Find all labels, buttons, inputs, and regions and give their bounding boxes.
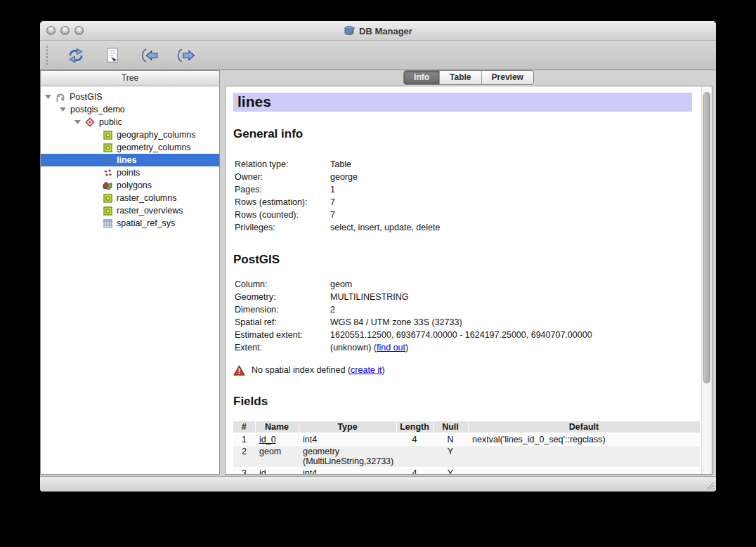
sql-window-button[interactable]: [102, 46, 123, 65]
field-length: 4: [396, 433, 433, 446]
info-value: george: [330, 172, 692, 185]
info-label: Dimension:: [235, 305, 330, 317]
tree-item-label: lines: [117, 155, 137, 165]
tree-item-spatial-ref-sys[interactable]: spatial_ref_sys: [41, 217, 219, 230]
panel-splitter[interactable]: [220, 70, 225, 476]
toolbar: [40, 41, 716, 70]
field-type: int4: [299, 433, 396, 446]
info-label: Owner:: [235, 172, 330, 185]
field-type: int4: [299, 468, 396, 475]
spatial-index-warning: No spatial index defined (create it): [233, 364, 692, 376]
create-it-link[interactable]: create it: [351, 365, 382, 375]
db-manager-app-icon: [344, 25, 356, 37]
tree-item-label: geometry_columns: [117, 143, 191, 152]
field-name: id: [255, 468, 299, 475]
col-header-length: Length: [396, 421, 433, 433]
polygon-layer-icon: [103, 180, 112, 190]
col-header-default: Default: [468, 421, 700, 433]
info-value: 7: [330, 210, 692, 223]
fields-header-row: # Name Type Length Null Default: [233, 421, 700, 433]
postgis-heading: PostGIS: [233, 253, 692, 268]
field-null: N: [433, 433, 468, 446]
status-bar: [40, 476, 716, 492]
vertical-scrollbar[interactable]: [701, 86, 712, 474]
tree-item-geometry-columns[interactable]: geometry_columns: [41, 141, 219, 154]
info-label: Privileges:: [235, 223, 330, 235]
tree-item-label: points: [117, 168, 140, 178]
export-to-file-button[interactable]: [175, 46, 196, 65]
table-layer-icon: [103, 130, 112, 140]
import-layer-button[interactable]: [138, 46, 159, 65]
info-row-extent: Extent: (unknown) (find out): [233, 343, 692, 355]
field-num: 1: [233, 433, 255, 446]
page-title: lines: [233, 93, 692, 112]
info-value: select, insert, update, delete: [330, 223, 692, 235]
tree-item-label: public: [99, 117, 122, 127]
info-label: Rows (counted):: [235, 210, 330, 223]
warning-text: No spatial index defined (create it): [252, 365, 385, 375]
field-default: [468, 468, 700, 475]
db-manager-window: DB Manager: [40, 21, 716, 492]
field-num: 2: [233, 446, 255, 468]
tree-item-points[interactable]: points: [41, 166, 219, 179]
line-layer-icon: [103, 155, 112, 165]
tree-item-label: spatial_ref_sys: [117, 218, 175, 228]
sql-window-icon: [105, 47, 120, 64]
title-bar: DB Manager: [40, 21, 716, 41]
tree-item-label: raster_overviews: [117, 206, 183, 216]
window-title: DB Manager: [40, 21, 716, 41]
info-value: 2: [330, 305, 692, 317]
info-row: Dimension:2: [233, 305, 692, 317]
info-panel: lines General info Relation type:Table O…: [225, 86, 712, 475]
info-label: Rows (estimation):: [235, 197, 330, 210]
tab-table[interactable]: Table: [440, 71, 481, 84]
tree-item-postgis-demo[interactable]: postgis_demo: [41, 103, 219, 116]
main-area: Tree PostGIS postgis_demo: [40, 70, 716, 476]
tab-preview[interactable]: Preview: [482, 71, 533, 84]
warning-suffix: ): [382, 365, 385, 375]
info-value: 1: [330, 185, 692, 197]
info-row: Rows (estimation):7: [233, 197, 692, 210]
scrollbar-thumb[interactable]: [703, 92, 710, 383]
col-header-num: #: [233, 421, 255, 433]
schema-icon: [85, 117, 95, 127]
tree-item-geography-columns[interactable]: geography_columns: [41, 128, 219, 141]
find-out-link[interactable]: find out: [377, 343, 405, 352]
detail-region: Info Table Preview lines General info Re…: [225, 70, 712, 475]
tree-item-lines[interactable]: lines: [41, 154, 219, 166]
col-header-name: Name: [255, 421, 299, 433]
tree-panel: Tree PostGIS postgis_demo: [40, 70, 220, 475]
disclosure-triangle-icon[interactable]: [45, 95, 51, 99]
tab-bar: Info Table Preview: [225, 70, 712, 86]
tree-item-raster-overviews[interactable]: raster_overviews: [41, 204, 219, 217]
extent-prefix: (unknown) (: [330, 343, 377, 352]
field-default: nextval('lines_id_0_seq'::regclass): [468, 433, 700, 446]
disclosure-triangle-icon[interactable]: [74, 120, 81, 124]
toolbar-drag-handle[interactable]: [46, 45, 48, 66]
import-layer-icon: [139, 48, 159, 63]
info-row: Estimated extent:1620551.12500, 6936774.…: [233, 330, 692, 343]
warning-icon: [233, 365, 245, 376]
info-label: Relation type:: [235, 159, 330, 172]
info-value: 1620551.12500, 6936774.00000 - 1624197.2…: [330, 330, 692, 343]
tree-item-raster-columns[interactable]: raster_columns: [41, 192, 219, 204]
refresh-button[interactable]: [65, 46, 86, 65]
tree-item-postgis[interactable]: PostGIS: [41, 91, 219, 103]
tab-info[interactable]: Info: [404, 71, 440, 84]
info-label: Pages:: [235, 185, 330, 197]
tree-item-label: raster_columns: [117, 193, 176, 203]
tree-item-polygons[interactable]: polygons: [41, 179, 219, 192]
field-null: Y: [433, 468, 468, 475]
fields-table: # Name Type Length Null Default 1: [233, 421, 700, 475]
field-name: geom: [255, 446, 299, 468]
info-row: Spatial ref:WGS 84 / UTM zone 33S (32733…: [233, 317, 692, 330]
resize-grip[interactable]: [705, 481, 715, 490]
table-layer-icon: [103, 143, 112, 152]
tree-item-public[interactable]: public: [41, 116, 219, 128]
info-label: Extent:: [235, 343, 330, 355]
info-label: Column:: [235, 279, 330, 292]
info-row: Pages:1: [233, 185, 692, 197]
fields-heading: Fields: [233, 395, 692, 409]
field-name: id_0: [255, 433, 299, 446]
disclosure-triangle-icon[interactable]: [60, 107, 66, 112]
